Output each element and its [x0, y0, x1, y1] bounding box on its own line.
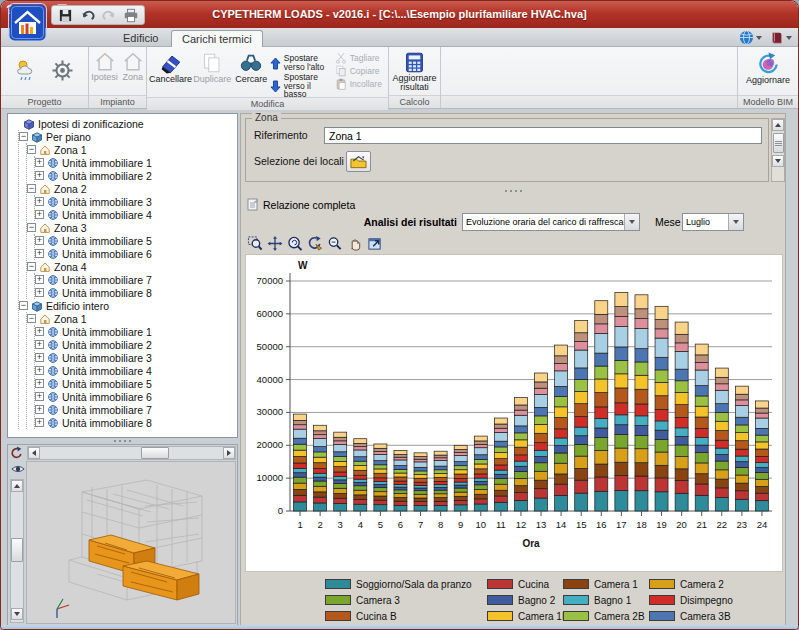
climate-data-icon[interactable]: [14, 57, 41, 88]
tree-item[interactable]: +Unità immobiliare 5: [35, 234, 237, 247]
pan-hand-icon[interactable]: [346, 235, 364, 252]
expand-icon[interactable]: +: [35, 249, 44, 258]
tree-item[interactable]: −Zona 3: [27, 221, 237, 234]
tree-item[interactable]: +Unità immobiliare 4: [35, 208, 237, 221]
zoom-previous-icon[interactable]: [286, 235, 304, 252]
horizontal-scrollbar[interactable]: [27, 446, 236, 460]
expand-icon[interactable]: +: [35, 158, 44, 167]
scroll-down-button[interactable]: [772, 155, 784, 167]
zoom-window-icon[interactable]: [246, 235, 264, 252]
collapse-icon[interactable]: −: [27, 145, 36, 154]
zoom-extents-icon[interactable]: [266, 235, 284, 252]
print-icon[interactable]: [121, 7, 141, 23]
bar-segment: [635, 426, 648, 436]
tree-item[interactable]: +Unità immobiliare 8: [35, 286, 237, 299]
tab-carichi-termici[interactable]: Carichi termici: [171, 30, 263, 47]
chevron-down-icon[interactable]: [624, 214, 639, 230]
expand-icon[interactable]: +: [35, 366, 44, 375]
tree-item[interactable]: −Per piano: [19, 130, 237, 143]
visibility-eye-icon[interactable]: [11, 462, 25, 476]
tree-item[interactable]: −Zona 1: [27, 312, 237, 325]
scrollbar-thumb[interactable]: [773, 133, 784, 153]
analisi-risultati-select[interactable]: Evoluzione oraria del carico di raffresc…: [462, 213, 640, 231]
expand-icon[interactable]: +: [35, 379, 44, 388]
bar-segment: [394, 451, 407, 455]
tree-item[interactable]: −Zona 2: [27, 182, 237, 195]
vertical-scrollbar[interactable]: [10, 479, 24, 623]
scroll-up-button[interactable]: [11, 480, 23, 492]
relazione-completa-item[interactable]: Relazione completa: [247, 198, 355, 211]
tree-item[interactable]: Ipotesi di zonificazione: [11, 117, 237, 130]
scroll-up-button[interactable]: [772, 119, 784, 131]
collapse-icon[interactable]: −: [27, 314, 36, 323]
spostare-alto-button[interactable]: Spostare verso l'alto: [270, 52, 330, 74]
tree-item[interactable]: +Unità immobiliare 6: [35, 390, 237, 403]
tree-item[interactable]: +Unità immobiliare 5: [35, 377, 237, 390]
aggiornare-risultati-button[interactable]: Aggiornare risultati: [391, 49, 438, 93]
expand-icon[interactable]: +: [35, 236, 44, 245]
collapse-icon[interactable]: −: [27, 262, 36, 271]
spostare-basso-button[interactable]: Spostare verso il basso: [270, 75, 330, 97]
tree-item[interactable]: −Zona 1: [27, 143, 237, 156]
scroll-down-button[interactable]: [11, 608, 23, 620]
cancellare-button[interactable]: Cancellare: [149, 49, 192, 84]
tree-item[interactable]: +Unità immobiliare 4: [35, 364, 237, 377]
general-options-gear-icon[interactable]: [49, 57, 76, 88]
tree-item[interactable]: −Edificio intero: [19, 299, 237, 312]
svg-text:13: 13: [536, 519, 547, 530]
riferimento-input[interactable]: [324, 127, 762, 144]
tree-item[interactable]: −Zona 4: [27, 260, 237, 273]
redraw-icon[interactable]: [306, 235, 324, 252]
undo-icon[interactable]: [77, 7, 97, 23]
mese-select[interactable]: Luglio: [682, 213, 744, 231]
chevron-down-icon[interactable]: [728, 214, 743, 230]
bar-segment: [314, 486, 327, 492]
export-chart-icon[interactable]: [366, 235, 384, 252]
tree-item[interactable]: +Unità immobiliare 2: [35, 169, 237, 182]
expand-icon[interactable]: +: [35, 405, 44, 414]
collapse-icon[interactable]: −: [27, 184, 36, 193]
expand-icon[interactable]: +: [35, 275, 44, 284]
expand-icon[interactable]: +: [35, 340, 44, 349]
app-logo-icon[interactable]: [9, 4, 46, 41]
selezione-locali-button[interactable]: [346, 151, 371, 172]
tree-item[interactable]: +Unità immobiliare 3: [35, 195, 237, 208]
bim-aggiornare-button[interactable]: Aggiornare: [740, 49, 796, 85]
tree-item[interactable]: +Unità immobiliare 8: [35, 416, 237, 429]
cercare-button[interactable]: Cercare: [233, 49, 270, 84]
tree-item[interactable]: +Unità immobiliare 1: [35, 325, 237, 338]
svg-text:60000: 60000: [257, 308, 283, 319]
scroll-left-button[interactable]: [28, 447, 40, 459]
tree-item[interactable]: +Unità immobiliare 6: [35, 247, 237, 260]
scrollbar-thumb[interactable]: [141, 447, 169, 459]
collapse-icon[interactable]: −: [19, 132, 28, 141]
globe-icon[interactable]: [739, 30, 762, 45]
scrollbar-thumb[interactable]: [11, 538, 23, 562]
expand-icon[interactable]: +: [35, 210, 44, 219]
tree-item[interactable]: +Unità immobiliare 1: [35, 156, 237, 169]
expand-icon[interactable]: +: [35, 353, 44, 362]
horizontal-splitter[interactable]: [241, 188, 785, 194]
expand-icon[interactable]: +: [35, 171, 44, 180]
bar-segment: [715, 431, 728, 441]
save-icon[interactable]: [55, 7, 75, 23]
collapse-icon[interactable]: −: [19, 301, 28, 310]
tab-edificio[interactable]: Edificio: [113, 30, 168, 47]
rotate-view-icon[interactable]: [9, 446, 27, 461]
zona-scrollbar[interactable]: [771, 118, 785, 182]
tree-item[interactable]: +Unità immobiliare 3: [35, 351, 237, 364]
expand-icon[interactable]: +: [35, 418, 44, 427]
collapse-icon[interactable]: −: [27, 223, 36, 232]
building-3d-viewport[interactable]: [26, 461, 236, 624]
expand-icon[interactable]: +: [35, 288, 44, 297]
book-icon[interactable]: [770, 31, 792, 45]
expand-icon[interactable]: +: [35, 197, 44, 206]
tree-item[interactable]: +Unità immobiliare 7: [35, 403, 237, 416]
scroll-right-button[interactable]: [223, 447, 235, 459]
tree-item[interactable]: +Unità immobiliare 7: [35, 273, 237, 286]
expand-icon[interactable]: +: [35, 392, 44, 401]
zoom-in-icon[interactable]: [326, 235, 344, 252]
bar-segment: [334, 488, 347, 493]
expand-icon[interactable]: +: [35, 327, 44, 336]
tree-item[interactable]: +Unità immobiliare 2: [35, 338, 237, 351]
